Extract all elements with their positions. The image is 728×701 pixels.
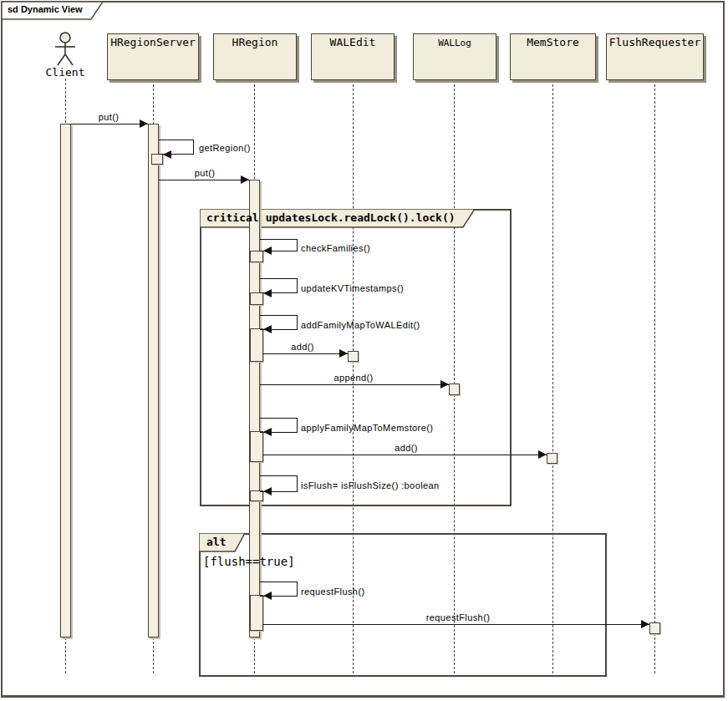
diagram-title: sd Dynamic View [8,4,83,14]
message-requestflush-remote-label[interactable]: requestFlush() [426,612,491,622]
message-put2-arrowhead [241,175,249,184]
message-put2-line[interactable] [159,180,249,180]
lifeline-head-hregionserver[interactable]: HRegionServer [107,33,199,80]
lifeline-head-memstore[interactable]: MemStore [510,33,596,80]
sequence-diagram-canvas: sd Dynamic View Client HRegionServer HRe… [0,0,728,701]
message-requestflush-remote-arrowhead [641,620,649,628]
message-put1-line[interactable] [70,124,148,124]
message-isflush-arrowhead [263,487,272,495]
message-add-waledit-label[interactable]: add() [291,342,314,352]
message-requestflush-remote-line[interactable] [263,624,649,625]
fragment-critical-operator: critical [206,211,259,224]
message-isflush-label[interactable]: isFlush= isFlushSize() :boolean [301,480,440,490]
message-applyfamilymaptomemstore-label[interactable]: applyFamilyMapToMemstore() [301,423,433,433]
message-applyfamilymaptomemstore-arrowhead [263,428,272,436]
lifeline-label-client[interactable]: Client [46,66,85,79]
message-append-line[interactable] [260,384,449,385]
lifeline-head-flushrequester[interactable]: FlushRequester [606,33,704,80]
fragment-alt-guard: [flush==true] [203,555,295,568]
fragment-critical-condition: updatesLock.readLock().lock() [266,211,456,224]
message-checkfamilies-arrowhead [263,246,272,255]
message-updatekvtimestamps-arrowhead [263,289,272,297]
message-add-memstore-line[interactable] [263,455,547,455]
message-updatekvtimestamps-label[interactable]: updateKVTimestamps() [301,283,404,293]
lifeline-head-wallog[interactable]: WALLog [413,33,496,80]
message-append-arrowhead [440,380,449,389]
lifeline-head-waledit[interactable]: WALEdit [311,33,395,80]
message-put1-arrowhead [140,119,148,128]
message-append-label[interactable]: append() [333,373,373,383]
activation-waledit-add[interactable] [348,351,359,362]
fragment-critical-header: criticalupdatesLock.readLock().lock() [206,211,456,224]
message-getregion-label[interactable]: getRegion() [199,143,251,153]
message-put1-label[interactable]: put() [99,112,120,122]
activation-requestflush-self[interactable] [250,595,263,631]
activation-hregion[interactable] [249,180,260,638]
message-put2-label[interactable]: put() [195,168,216,178]
activation-client[interactable] [60,124,71,638]
activation-addfamilymaptowaledit[interactable] [250,328,263,362]
activation-getregion[interactable] [151,154,163,165]
activation-updatekvtimestamps[interactable] [250,292,263,305]
message-addfamilymaptowaledit-arrowhead [263,325,272,333]
message-add-waledit-arrowhead [339,349,348,358]
message-add-memstore-arrowhead [538,450,547,459]
activation-hregionserver[interactable] [148,124,159,638]
activation-checkfamilies[interactable] [250,251,263,262]
activation-flushrequester-requestflush[interactable] [649,622,660,634]
actor-icon[interactable] [49,32,81,69]
message-add-waledit-line[interactable] [263,353,348,354]
message-addfamilymaptowaledit-label[interactable]: addFamilyMapToWALEdit() [301,320,420,330]
message-requestflush-self-label[interactable]: requestFlush() [301,587,365,597]
message-getregion-arrowhead [163,150,171,159]
fragment-alt-operator: alt [206,536,226,548]
lifeline-flushrequester [654,80,655,673]
lifeline-head-hregion[interactable]: HRegion [213,33,297,80]
activation-wallog-append[interactable] [449,384,460,395]
activation-applyfamilymaptomemstore[interactable] [250,431,263,462]
message-add-memstore-label[interactable]: add() [395,443,418,453]
activation-memstore-add[interactable] [547,453,557,464]
message-requestflush-self-arrowhead [263,592,272,600]
message-checkfamilies-label[interactable]: checkFamilies() [301,243,370,253]
